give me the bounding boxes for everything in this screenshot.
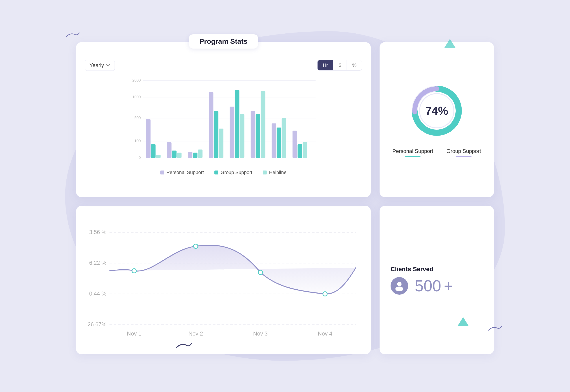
svg-rect-27 [261,91,265,158]
svg-text:Nov 4: Nov 4 [318,331,332,337]
svg-rect-17 [193,153,197,158]
svg-rect-23 [235,90,239,158]
svg-text:500: 500 [134,116,141,120]
svg-rect-32 [297,144,302,158]
bar-chart-legend: Personal Support Group Support Helpline [85,170,362,175]
deco-swoosh-bottom [175,341,193,349]
donut-legend-group: Group Support [446,148,481,157]
svg-text:0.44 %: 0.44 % [89,291,106,297]
svg-text:0: 0 [139,155,141,160]
program-stats-title: Program Stats [189,34,258,49]
svg-text:3.56 %: 3.56 % [89,229,106,235]
clients-suffix: + [444,278,453,294]
toggle-hr[interactable]: Hr [318,60,333,70]
avatar-icon [391,277,408,295]
svg-rect-15 [177,153,182,158]
clients-served-title: Clients Served [391,266,483,273]
legend-label-personal: Personal Support [166,170,204,175]
svg-rect-28 [272,124,276,158]
bar-chart-svg: 2000 1000 500 100 0 [85,77,362,165]
svg-rect-22 [230,107,234,158]
clients-content: 500 + [391,277,483,295]
svg-rect-24 [240,114,244,158]
svg-text:Nov 2: Nov 2 [189,331,203,337]
svg-rect-19 [209,92,213,158]
svg-text:1000: 1000 [132,95,141,99]
svg-rect-25 [251,111,255,158]
svg-rect-11 [151,144,156,158]
svg-rect-33 [303,142,307,158]
svg-text:26.67%: 26.67% [88,321,106,327]
deco-arrow-top [443,38,456,49]
svg-rect-12 [156,155,161,158]
legend-dot-personal [160,170,164,174]
toggle-percent[interactable]: % [347,60,362,70]
svg-rect-31 [292,131,297,158]
clients-served-card: Clients Served 500 + [380,206,494,354]
donut-label-group: Group Support [446,148,481,154]
svg-point-53 [323,292,327,296]
dashboard-container: Program Stats Yearly Hr $ % 2 [43,20,527,372]
person-icon [394,280,405,291]
legend-personal-support: Personal Support [160,170,204,175]
legend-label-group: Group Support [220,170,252,175]
svg-text:100: 100 [134,139,141,143]
svg-point-54 [397,282,402,286]
bar-chart: 2000 1000 500 100 0 [85,77,362,165]
content-area: Program Stats Yearly Hr $ % 2 [43,20,527,372]
svg-point-51 [193,244,198,249]
clients-number: 500 [415,278,441,294]
toggle-dollar[interactable]: $ [333,60,347,70]
svg-rect-26 [256,114,260,158]
svg-text:Nov 1: Nov 1 [127,331,141,337]
svg-point-50 [132,269,136,273]
donut-chart-wrapper: 74% [408,82,465,139]
legend-group-support: Group Support [214,170,252,175]
donut-line-personal [405,156,421,157]
line-chart-svg: 3.56 % 6.22 % 0.44 % 26.67% Nov 1 Nov 2 … [85,215,362,345]
donut-percentage: 74% [425,104,448,117]
deco-arrow-right [456,316,470,327]
svg-rect-18 [198,150,203,158]
svg-rect-21 [219,128,223,158]
donut-legend: Personal Support Group Support [388,148,485,157]
deco-swoosh-bottom-right [487,325,503,331]
svg-rect-30 [282,118,286,158]
legend-dot-helpline [263,170,267,174]
donut-legend-personal: Personal Support [393,148,433,157]
donut-label-personal: Personal Support [393,148,433,154]
svg-point-55 [395,287,403,291]
period-dropdown[interactable]: Yearly [85,60,115,71]
legend-dot-group [214,170,218,174]
svg-rect-16 [188,152,192,158]
svg-text:2000: 2000 [132,78,141,82]
legend-helpline: Helpline [263,170,287,175]
dropdown-label: Yearly [89,62,104,68]
chevron-down-icon [106,64,110,67]
program-stats-card: Program Stats Yearly Hr $ % 2 [76,42,371,197]
line-chart-card: 3.56 % 6.22 % 0.44 % 26.67% Nov 1 Nov 2 … [76,206,371,354]
legend-label-helpline: Helpline [269,170,287,175]
svg-point-52 [258,270,263,275]
svg-rect-13 [167,142,172,158]
svg-rect-14 [172,151,176,158]
svg-text:6.22 %: 6.22 % [89,260,106,266]
svg-rect-10 [146,119,151,158]
donut-line-group [456,156,471,157]
svg-rect-29 [277,128,281,158]
donut-chart-card: 74% Personal Support Group Support [380,42,494,197]
deco-swoosh-top-left [65,31,80,38]
metric-toggle-group: Hr $ % [317,60,362,70]
svg-text:Nov 3: Nov 3 [253,331,268,337]
chart-header: Yearly Hr $ % [85,60,362,71]
svg-rect-20 [214,111,218,158]
